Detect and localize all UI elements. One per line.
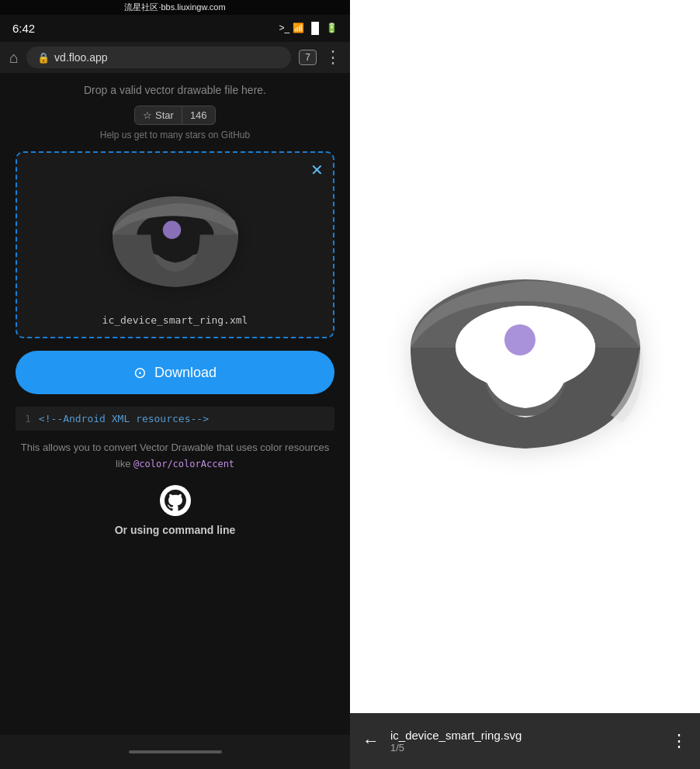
- download-label: Download: [154, 365, 217, 381]
- status-bar: 6:42 >_ 📶 ▐▌ 🔋: [0, 14, 350, 42]
- lock-icon: 🔒: [37, 52, 50, 64]
- svg-point-2: [162, 221, 180, 239]
- file-bar-menu-button[interactable]: ⋮: [671, 731, 688, 751]
- star-button-group[interactable]: ☆ Star 146: [134, 106, 215, 125]
- star-label[interactable]: ☆ Star: [134, 106, 182, 125]
- color-accent: @color/colorAccent: [133, 459, 234, 469]
- browser-menu-button[interactable]: ⋮: [324, 47, 341, 68]
- file-bar-count: 1/5: [390, 742, 660, 753]
- file-preview-box: ✕ ic_device_smart_ring.xml: [16, 151, 334, 338]
- left-panel: 流星社区·bbs.liuxingw.com 6:42 >_ 📶 ▐▌ 🔋 ⌂ 🔒…: [0, 0, 350, 769]
- convert-text: This allows you to convert Vector Drawab…: [16, 440, 334, 473]
- back-button[interactable]: ←: [362, 731, 379, 751]
- status-time: 6:42: [12, 22, 35, 35]
- github-icon-area[interactable]: [160, 485, 191, 516]
- right-panel: ← ic_device_smart_ring.svg 1/5 ⋮: [350, 0, 700, 769]
- file-info: ic_device_smart_ring.svg 1/5: [390, 729, 660, 753]
- github-icon: [160, 485, 191, 516]
- page-content: Drop a valid vector drawable file here. …: [0, 73, 350, 735]
- tab-count[interactable]: 7: [299, 50, 317, 65]
- wifi-icon: ▐▌: [307, 22, 323, 34]
- status-icons: >_ 📶 ▐▌ 🔋: [279, 22, 338, 34]
- browser-bar: ⌂ 🔒 vd.floo.app 7 ⋮: [0, 42, 350, 73]
- line-number: 1: [25, 413, 31, 424]
- signal-icon: 📶: [293, 23, 304, 33]
- battery-icon: 🔋: [326, 23, 338, 33]
- cmd-line-label: Or using command line: [115, 524, 236, 536]
- download-icon: ⊙: [133, 363, 147, 382]
- home-button[interactable]: ⌂: [9, 49, 19, 67]
- star-count: 146: [182, 106, 216, 125]
- ring-preview-small: [98, 168, 253, 308]
- close-button[interactable]: ✕: [310, 161, 324, 179]
- svg-point-6: [504, 324, 535, 355]
- drop-hint: Drop a valid vector drawable file here.: [84, 84, 266, 96]
- ring-svg-large: [393, 233, 657, 481]
- url-bar[interactable]: 🔒 vd.floo.app: [26, 47, 291, 68]
- nav-pill: [129, 750, 222, 753]
- download-button[interactable]: ⊙ Download: [16, 351, 334, 394]
- file-name: ic_device_smart_ring.xml: [102, 314, 248, 326]
- file-bar-name: ic_device_smart_ring.svg: [390, 729, 660, 742]
- watermark: 流星社区·bbs.liuxingw.com: [0, 0, 350, 15]
- url-text: vd.floo.app: [54, 51, 108, 64]
- code-comment: <!--Android XML resources-->: [39, 413, 209, 424]
- shell-icon: >_: [279, 23, 289, 33]
- nav-bar: [0, 735, 350, 769]
- code-line: 1 <!--Android XML resources-->: [16, 407, 334, 431]
- ring-preview-large: [350, 0, 700, 713]
- github-hint: Help us get to many stars on GitHub: [100, 130, 250, 140]
- file-bar: ← ic_device_smart_ring.svg 1/5 ⋮: [350, 713, 700, 769]
